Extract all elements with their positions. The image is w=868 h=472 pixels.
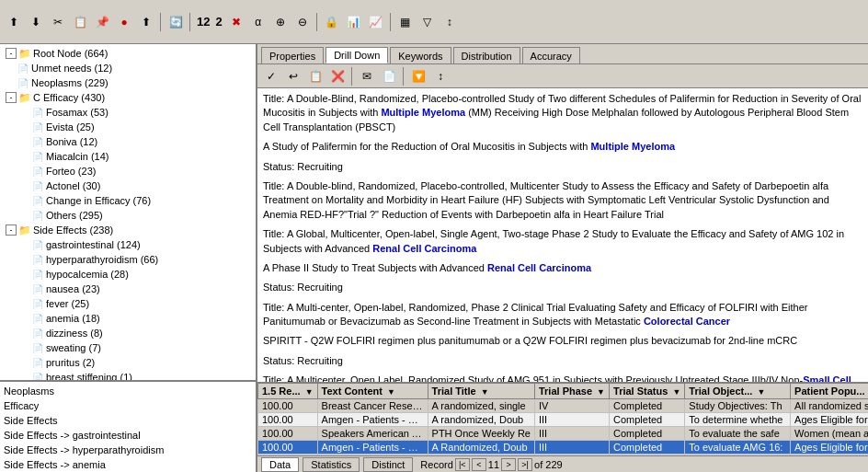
table-row[interactable]: 100.00Breast Cancer Research | Full text… [258,399,869,413]
toolbar-btn-plus[interactable]: ⊕ [270,12,291,32]
right-panel: Properties Drill Down Keywords Distribut… [257,44,868,472]
tree-item-fosamax[interactable]: 📄 Fosamax (53) [2,105,254,120]
nav-next[interactable]: > [501,458,516,471]
tree-item-miacalcin[interactable]: 📄 Miacalcin (14) [2,149,254,164]
tree-item-nausea[interactable]: 📄 nausea (23) [2,282,254,296]
tree-item-evista[interactable]: 📄 Evista (25) [2,120,254,134]
bottom-item-neoplasms[interactable]: Neoplasms [2,384,254,398]
col-text[interactable]: Text Content ▼ [317,384,428,399]
table-cell: Completed [610,413,685,427]
tree-item-others[interactable]: 📄 Others (295) [2,208,254,223]
drilldown-btn-doc[interactable]: 📄 [379,66,399,86]
toolbar-btn-chart[interactable]: 📊 [344,12,364,32]
sort-icon-obj: ▼ [757,387,765,397]
table-row[interactable]: 100.00Amgen - Patients - Clinical Trials… [258,413,869,427]
col-score[interactable]: 1.5 Re... ▼ [258,384,318,399]
toolbar-btn-table[interactable]: ▦ [395,12,416,32]
table-cell: Women (mean age 5 [791,427,868,441]
toolbar-btn-lock[interactable]: 🔒 [322,12,342,32]
col-status[interactable]: Trial Status ▼ [610,384,685,399]
bottom-item-side-effects[interactable]: Side Effects [2,413,254,428]
toolbar-btn-cut[interactable]: ✂ [48,12,68,32]
tree-item-neoplasms[interactable]: 📄 Neoplasms (229) [2,75,254,90]
tab-distribution[interactable]: Distribution [453,47,520,63]
toolbar-btn-pin[interactable]: 📌 [92,12,112,32]
drilldown-btn-mail[interactable]: ✉ [357,66,377,86]
text-span-rcc1: Renal Cell Carcinoma [372,243,476,254]
tree-item-hypo[interactable]: 📄 hypocalcemia (28) [2,267,254,282]
toolbar-btn-x[interactable]: ✖ [226,12,246,32]
tree-toggle-efficacy[interactable]: - [6,92,17,103]
tree-label-hyper: hyperparathyroidism (66) [46,254,158,265]
table-row[interactable]: 100.00Speakers American Aging Associatio… [258,427,869,441]
drilldown-btn-copy[interactable]: 📋 [305,66,326,86]
nav-first[interactable]: |< [455,458,470,471]
table-cell: All randomized subje [791,399,868,413]
toolbar-btn-2[interactable]: ⬇ [26,12,46,32]
toolbar-btn-copy[interactable]: 📋 [70,12,90,32]
col-phase[interactable]: Trial Phase ▼ [534,384,609,399]
tree-item-hyper[interactable]: 📄 hyperparathyroidism (66) [2,252,254,267]
drilldown-btn-back[interactable]: ↩ [283,66,303,86]
table-cell: III [534,427,609,441]
tab-drilldown[interactable]: Drill Down [326,47,388,63]
status-tab-statistics[interactable]: Statistics [303,457,360,472]
tab-keywords[interactable]: Keywords [390,47,451,63]
tree-item-actonel[interactable]: 📄 Actonel (30) [2,178,254,193]
tree-item-gi[interactable]: 📄 gastrointestinal (124) [2,237,254,252]
toolbar-btn-alpha[interactable]: α [248,12,268,32]
bottom-item-side-anemia[interactable]: Side Effects -> anemia [2,457,254,472]
nav-prev[interactable]: < [472,458,486,471]
status-tab-data[interactable]: Data [261,457,299,472]
toolbar-btn-up2[interactable]: ⬆ [136,12,156,32]
tree-area[interactable]: - 📁 Root Node (664) 📄 Unmet needs (12) 📄… [0,44,256,380]
tree-toggle-root[interactable]: - [6,48,17,59]
col-title[interactable]: Trial Title ▼ [428,384,534,399]
tree-item-fever[interactable]: 📄 fever (25) [2,296,254,311]
tree-label-actonel: Actonel (30) [46,180,100,191]
toolbar-btn-graph[interactable]: 📈 [366,12,386,32]
tree-item-boniva[interactable]: 📄 Boniva (12) [2,134,254,149]
tree-item-change-efficacy[interactable]: 📄 Change in Efficacy (76) [2,193,254,208]
col-objective[interactable]: Trial Object... ▼ [685,384,791,399]
tree-label-change-efficacy: Change in Efficacy (76) [46,195,151,206]
tab-accuracy[interactable]: Accuracy [522,47,580,63]
tree-item-breast[interactable]: 📄 breast stiffening (1) [2,370,254,380]
toolbar-btn-sort[interactable]: ↕ [440,12,460,32]
tree-item-dizziness[interactable]: 📄 dizziness (8) [2,326,254,340]
tree-item-sideeffects[interactable]: - 📁 Side Effects (238) [2,223,254,237]
table-row[interactable]: 100.00Amgen - Patients - Clinical Trials… [258,441,869,455]
toolbar-btn-red[interactable]: ● [114,12,134,32]
tree-item-anemia[interactable]: 📄 anemia (18) [2,311,254,326]
tab-properties[interactable]: Properties [261,47,324,63]
tree-item-unmet[interactable]: 📄 Unmet needs (12) [2,61,254,75]
drilldown-btn-check[interactable]: ✓ [261,66,281,86]
tree-item-pruritus[interactable]: 📄 pruritus (2) [2,355,254,370]
results-table: 1.5 Re... ▼ Text Content ▼ Trial Title ▼… [257,383,868,455]
toolbar-btn-minus[interactable]: ⊖ [292,12,313,32]
status-tab-distinct[interactable]: Distinct [363,457,413,472]
bottom-item-side-gi[interactable]: Side Effects -> gastrointestinal [2,428,254,443]
drilldown-btn-sort[interactable]: ↕ [430,66,451,86]
doc-icon-hypo: 📄 [31,269,44,280]
table-cell: 100.00 [258,427,318,441]
folder-icon-root: 📁 [18,48,31,59]
tree-root[interactable]: - 📁 Root Node (664) [2,46,254,61]
folder-icon-sideeffects: 📁 [18,224,31,236]
toolbar-btn-refresh[interactable]: 🔄 [166,12,186,32]
toolbar-btn-filter[interactable]: ▽ [417,12,438,32]
nav-last[interactable]: >| [518,458,532,471]
drilldown-btn-down[interactable]: 🔽 [408,66,428,86]
tree-item-efficacy[interactable]: - 📁 C Efficacy (430) [2,90,254,105]
table-container[interactable]: 1.5 Re... ▼ Text Content ▼ Trial Title ▼… [257,383,868,455]
tree-toggle-sideeffects[interactable]: - [6,224,17,236]
tree-label-neoplasms: Neoplasms (229) [31,77,108,88]
drilldown-btn-x[interactable]: ❌ [327,66,348,86]
col-population[interactable]: Patient Popu... ▼ [791,384,868,399]
bottom-item-side-hyper[interactable]: Side Effects -> hyperparathyroidism [2,443,254,457]
text-span-rcc2: Renal Cell Carcinoma [487,262,591,273]
tree-item-sweating[interactable]: 📄 sweating (7) [2,340,254,355]
tree-item-forteo[interactable]: 📄 Forteo (23) [2,164,254,178]
toolbar-btn-1[interactable]: ⬆ [4,12,24,32]
bottom-item-efficacy[interactable]: Efficacy [2,398,254,413]
